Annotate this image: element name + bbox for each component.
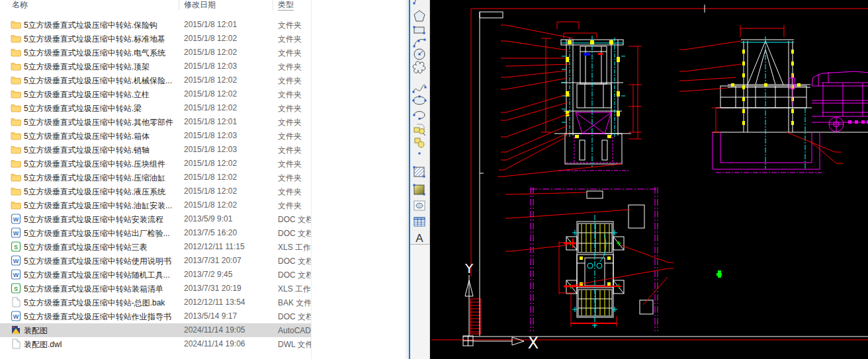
file-type: 文件夹 [278,103,311,114]
gradient-icon[interactable] [412,182,427,197]
file-date-modified: 2015/1/8 12:01 [184,117,271,126]
folder-icon [11,89,21,99]
folder-icon [11,130,21,141]
file-row[interactable]: 5立方级垂直式垃圾压缩中转站.顶架 2015/1/8 12:03 文件夹 [0,60,409,73]
cad-canvas[interactable]: Y X [431,0,868,359]
file-type: 文件夹 [278,61,311,73]
file-row[interactable]: W 5立方级垂直式垃圾压缩中转站随机工具... 2013/7/2 9:45 DO… [0,268,409,282]
file-row[interactable]: 5立方级垂直式垃圾压缩中转站.梁 2015/1/8 12:02 文件夹 [0,101,409,115]
file-date-modified: 2015/1/8 12:02 [184,103,271,112]
screen: 名称 修改日期 类型 5立方级垂直式垃圾压缩中转站.保险钩 2015/1/8 1… [0,0,868,359]
file-date-modified: 2015/1/8 12:02 [184,34,271,43]
file-row[interactable]: 5立方级垂直式垃圾压缩中转站.液压系统 2015/1/8 12:02 文件夹 [0,184,409,198]
file-row[interactable]: 5立方级垂直式垃圾压缩中转站.压缩油缸 2015/1/8 12:02 文件夹 [0,171,409,184]
file-type: 文件夹 [278,159,311,170]
ucs-y-label: Y [464,260,474,276]
file-row[interactable]: 装配图 2024/11/14 19:05 AutoCAD 图形 [0,323,409,337]
file-row[interactable]: W 5立方级垂直式垃圾压缩中转站出厂检验... 2013/7/5 16:20 D… [0,226,409,240]
file-name: 5立方级垂直式垃圾压缩中转站.箱体 [24,131,177,142]
column-header-type[interactable]: 类型 [278,0,294,10]
xls-icon: S [11,241,21,252]
file-row[interactable]: 5立方级垂直式垃圾压缩中转站-总图.bak 2012/12/11 13:54 B… [0,296,409,309]
file-type: 文件夹 [278,117,311,128]
folder-icon [11,33,21,44]
folder-icon [11,186,21,196]
file-name: 5立方级垂直式垃圾压缩中转站装箱清单 [24,284,177,295]
toolbar-dock-strip [410,245,430,359]
file-date-modified: 2013/7/2 9:45 [184,270,271,279]
file-row[interactable]: 5立方级垂直式垃圾压缩中转站.保险钩 2015/1/8 12:01 文件夹 [0,18,409,32]
multiline-text-icon[interactable]: A [412,231,427,245]
file-name: 5立方级垂直式垃圾压缩中转站-总图.bak [24,298,177,309]
polygon-icon[interactable] [412,9,427,23]
file-date-modified: 2013/7/5 16:20 [184,228,271,237]
file-row[interactable]: 5立方级垂直式垃圾压缩中转站.其他零部件 2015/1/8 12:01 文件夹 [0,115,409,129]
file-name: 5立方级垂直式垃圾压缩中转站.其他零部件 [24,117,177,128]
file-name: 5立方级垂直式垃圾压缩中转站三表 [24,242,177,253]
file-row[interactable]: 5立方级垂直式垃圾压缩中转站.标准地基 2015/1/8 12:02 文件夹 [0,32,409,46]
file-row[interactable]: 5立方级垂直式垃圾压缩中转站.电气系统 2015/1/8 12:02 文件夹 [0,46,409,60]
file-date-modified: 2024/11/14 19:06 [184,339,271,348]
file-date-modified: 2015/1/8 12:02 [184,173,271,182]
file-name: 5立方级垂直式垃圾压缩中转站安装流程 [24,214,177,225]
file-name: 5立方级垂直式垃圾压缩中转站.电气系统 [24,48,177,59]
file-date-modified: 2015/1/8 12:02 [184,48,271,57]
file-row[interactable]: 5立方级垂直式垃圾压缩中转站.油缸安装... 2015/1/8 12:02 文件… [0,198,409,212]
file-date-modified: 2015/1/8 12:01 [184,20,271,29]
file-explorer: 名称 修改日期 类型 5立方级垂直式垃圾压缩中转站.保险钩 2015/1/8 1… [0,0,409,359]
file-name: 5立方级垂直式垃圾压缩中转站.压块组件 [24,159,177,170]
green-marker [716,270,722,278]
hatch-icon[interactable] [412,165,427,179]
column-separator[interactable] [179,0,179,10]
file-date-modified: 2015/1/8 12:02 [184,200,271,210]
file-date-modified: 2013/5/9 9:01 [184,214,271,223]
folder-icon [11,172,21,182]
file-name: 5立方级垂直式垃圾压缩中转站.液压系统 [24,186,177,198]
file-row[interactable]: 5立方级垂直式垃圾压缩中转站.立柱 2015/1/8 12:02 文件夹 [0,87,409,101]
file-date-modified: 2013/7/31 20:07 [184,256,271,265]
file-row[interactable]: 5立方级垂直式垃圾压缩中转站.箱体 2015/1/8 12:03 文件夹 [0,129,409,143]
file-row[interactable]: W 5立方级垂直式垃圾压缩中转站安装流程 2013/5/9 9:01 DOC 文… [0,212,409,226]
column-header-name[interactable]: 名称 [12,0,28,10]
file-row[interactable]: S 5立方级垂直式垃圾压缩中转站装箱清单 2013/7/31 20:19 XLS… [0,282,409,296]
file-row[interactable]: S 5立方级垂直式垃圾压缩中转站三表 2012/12/11 11:15 XLS … [0,240,409,254]
ellipse-arc-icon[interactable] [412,108,427,122]
ellipse-icon[interactable] [412,93,427,108]
folder-icon [11,61,21,71]
file-row[interactable]: W 5立方级垂直式垃圾压缩中转站作业指导书 2013/5/14 9:17 DOC… [0,309,409,323]
doc-icon: W [11,214,21,224]
file-date-modified: 2015/1/8 12:03 [184,145,271,154]
file-row[interactable]: 5立方级垂直式垃圾压缩中转站.压块组件 2015/1/8 12:02 文件夹 [0,157,409,171]
side-view-dimensions [679,25,843,163]
column-separator[interactable] [273,0,273,10]
file-list: 5立方级垂直式垃圾压缩中转站.保险钩 2015/1/8 12:01 文件夹 5立… [0,18,409,351]
file-name: 5立方级垂直式垃圾压缩中转站出厂检验... [24,228,177,239]
folder-icon [11,47,21,58]
file-row[interactable]: 装配图.dwl 2024/11/14 19:06 DWL 文件 [0,337,409,351]
file-row[interactable]: 5立方级垂直式垃圾压缩中转站.销轴 2015/1/8 12:03 文件夹 [0,143,409,157]
file-row[interactable]: 5立方级垂直式垃圾压缩中转站.机械保险... 2015/1/8 12:02 文件… [0,73,409,87]
column-header-date-modified[interactable]: 修改日期 [184,0,216,10]
file-type: 文件夹 [278,34,311,45]
dwg-icon [11,325,21,335]
file-type: DOC 文档 [278,256,311,267]
file-row[interactable]: W 5立方级垂直式垃圾压缩中转站使用说明书 2013/7/31 20:07 DO… [0,254,409,268]
ucs-icon: Y X [463,260,539,352]
file-name: 5立方级垂直式垃圾压缩中转站作业指导书 [24,311,177,323]
table-icon[interactable] [412,214,427,229]
draw-toolbar: A [410,0,430,245]
file-date-modified: 2015/1/8 12:02 [184,186,271,196]
insert-block-icon[interactable] [412,122,427,136]
file-name: 装配图.dwl [24,339,177,350]
svg-text:S: S [14,286,18,292]
file-date-modified: 2015/1/8 12:03 [184,131,271,140]
file-date-modified: 2012/12/11 11:15 [184,242,271,251]
folder-icon [11,102,21,113]
polyline-icon[interactable] [412,0,427,6]
file-name: 5立方级垂直式垃圾压缩中转站.压缩油缸 [24,173,177,184]
region-icon[interactable] [412,198,427,213]
file-date-modified: 2015/1/8 12:03 [184,61,271,71]
file-name: 5立方级垂直式垃圾压缩中转站随机工具... [24,270,177,281]
point-icon[interactable] [412,146,427,161]
revision-cloud-icon[interactable] [412,60,427,74]
